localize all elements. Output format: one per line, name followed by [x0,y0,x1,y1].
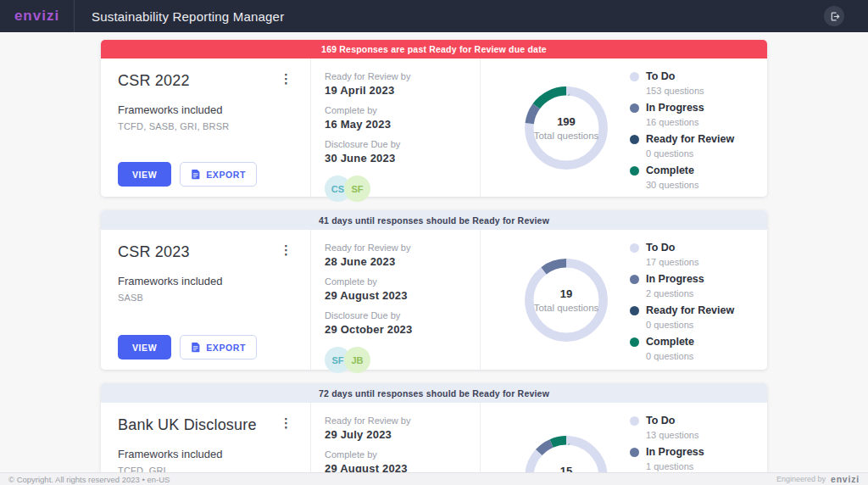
legend-item-complete: Complete 30 questions [630,164,760,190]
avatar[interactable]: JB [344,347,370,373]
card-title: CSR 2022 [118,72,190,90]
due-info-banner: 72 days until responses should be Ready … [101,383,767,403]
main-scroll-area[interactable]: 169 Responses are past Ready for Review … [0,32,868,472]
in-progress-dot-icon [630,103,639,113]
report-card-group-csr-2022: 169 Responses are past Ready for Review … [101,40,767,197]
complete-by-label: Complete by [325,449,480,460]
ready-by-label: Ready for Review by [325,242,480,253]
status-legend: To Do 13 questions In Progress 1 questio… [625,403,767,472]
donut-chart-column: 199 Total questions [481,59,625,197]
complete-by-date: 16 May 2023 [325,118,480,131]
kebab-menu-icon[interactable]: ⋮ [275,242,297,258]
ready-by-date: 19 April 2023 [325,84,480,97]
kebab-menu-icon[interactable]: ⋮ [275,415,297,431]
overdue-alert-banner: 169 Responses are past Ready for Review … [101,40,767,59]
dates-column: Ready for Review by 28 June 2023 Complet… [311,230,481,370]
ready-by-date: 28 June 2023 [325,255,480,268]
ready-by-date: 29 July 2023 [325,428,480,441]
avatar[interactable]: SF [344,176,370,202]
ready-for-review-dot-icon [630,306,639,315]
due-info-banner: 41 days until responses should be Ready … [101,210,767,230]
report-list: 169 Responses are past Ready for Review … [101,40,767,472]
legend-item-ready-for-review: Ready for Review 0 questions [630,133,760,159]
questions-donut-chart: 199 Total questions [522,84,610,172]
view-button[interactable]: VIEW [118,162,171,187]
total-questions-value: 15 [560,465,572,473]
export-button-label: EXPORT [206,170,246,180]
disclosure-by-date: 30 June 2023 [325,152,480,164]
export-button[interactable]: EXPORT [180,335,257,360]
status-legend: To Do 153 questions In Progress 16 quest… [625,59,767,197]
frameworks-list: TCFD, SASB, GRI, BRSR [118,121,297,131]
total-questions-label: Total questions [534,303,599,313]
frameworks-list: TCFD, GRI [118,465,297,472]
donut-chart-column: 19 Total questions [481,230,625,370]
export-button-label: EXPORT [206,343,246,353]
complete-by-label: Complete by [325,276,480,287]
report-card: CSR 2022 ⋮ Frameworks included TCFD, SAS… [101,59,767,197]
app-header: envizi Sustainability Reporting Manager [0,0,868,32]
document-icon [191,342,201,353]
report-card: Bank UK Disclosure ⋮ Frameworks included… [101,403,767,472]
disclosure-by-date: 29 October 2023 [325,323,480,336]
todo-dot-icon [630,416,639,426]
total-questions-label: Total questions [534,131,599,141]
assignee-avatars: SF JB [325,347,480,373]
document-icon [191,169,201,180]
app-footer: © Copyright. All rights reserved 2023 • … [0,472,868,485]
report-info-column: CSR 2023 ⋮ Frameworks included SASB VIEW… [101,230,311,370]
questions-donut-chart: 15 Total questions [522,433,610,473]
card-title: CSR 2023 [118,243,190,261]
legend-item-in-progress: In Progress 16 questions [630,102,760,127]
copyright-text: © Copyright. All rights reserved 2023 • … [8,475,170,484]
frameworks-label: Frameworks included [118,448,297,460]
envizi-footer-logo: envizi [831,474,860,484]
logout-button[interactable] [824,6,844,26]
envizi-logo: envizi [14,8,59,25]
kebab-menu-icon[interactable]: ⋮ [275,70,297,86]
ready-by-label: Ready for Review by [325,71,480,81]
complete-by-date: 29 August 2023 [325,289,480,302]
total-questions-value: 199 [557,115,576,128]
ready-for-review-dot-icon [630,135,639,144]
assignee-avatars: CS SF [325,176,480,202]
app-title: Sustainability Reporting Manager [92,9,284,24]
engineered-by-text: Engineered by [776,475,826,483]
view-button[interactable]: VIEW [118,335,171,360]
in-progress-dot-icon [630,275,639,284]
disclosure-by-label: Disclosure Due by [325,139,480,149]
complete-by-label: Complete by [325,105,480,115]
report-info-column: CSR 2022 ⋮ Frameworks included TCFD, SAS… [101,59,311,197]
complete-by-date: 29 August 2023 [325,462,480,472]
report-card-group-bank-uk-disclosure: 72 days until responses should be Ready … [101,383,767,472]
frameworks-list: SASB [118,293,297,303]
complete-dot-icon [630,166,639,176]
legend-item-ready-for-review: Ready for Review 0 questions [630,304,760,330]
donut-chart-column: 15 Total questions [481,403,625,472]
todo-dot-icon [630,243,639,253]
legend-item-in-progress: In Progress 1 questions [630,446,760,471]
dates-column: Ready for Review by 29 July 2023 Complet… [311,403,481,472]
dates-column: Ready for Review by 19 April 2023 Comple… [311,59,481,197]
frameworks-label: Frameworks included [118,275,297,287]
legend-item-todo: To Do 13 questions [630,415,760,440]
logout-icon [829,11,840,22]
card-title: Bank UK Disclosure [118,416,257,434]
report-card: CSR 2023 ⋮ Frameworks included SASB VIEW… [101,230,767,370]
legend-item-in-progress: In Progress 2 questions [630,273,760,298]
logo-container: envizi [0,0,75,32]
total-questions-value: 19 [560,287,572,300]
in-progress-dot-icon [630,448,639,457]
export-button[interactable]: EXPORT [180,162,257,187]
ready-by-label: Ready for Review by [325,415,480,426]
complete-dot-icon [630,337,639,347]
legend-item-complete: Complete 0 questions [630,336,760,361]
questions-donut-chart: 19 Total questions [522,256,610,344]
disclosure-by-label: Disclosure Due by [325,310,480,321]
report-info-column: Bank UK Disclosure ⋮ Frameworks included… [101,403,311,472]
report-card-group-csr-2023: 41 days until responses should be Ready … [101,210,767,370]
legend-item-todo: To Do 17 questions [630,242,760,267]
todo-dot-icon [630,72,639,81]
status-legend: To Do 17 questions In Progress 2 questio… [625,230,767,370]
legend-item-todo: To Do 153 questions [630,70,760,96]
